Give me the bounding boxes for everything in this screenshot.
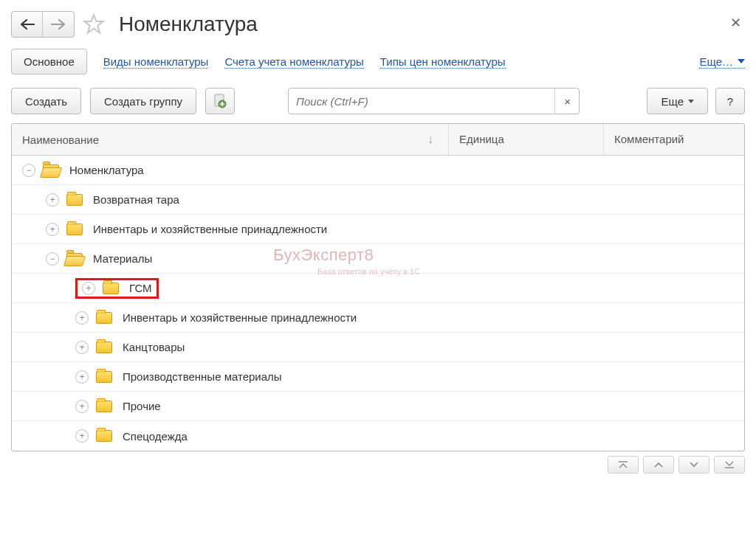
document-icon: [213, 94, 227, 108]
tree-row[interactable]: − Материалы: [12, 244, 744, 274]
arrow-right-icon: [51, 19, 66, 30]
collapse-toggle[interactable]: −: [22, 164, 35, 177]
folder-icon: [96, 430, 112, 442]
row-label: Номенклатура: [69, 164, 144, 176]
tree-row[interactable]: − Номенклатура: [12, 156, 744, 185]
chevron-up-icon: [654, 462, 663, 468]
nav-forward-button[interactable]: [43, 12, 74, 37]
scroll-up-button[interactable]: [643, 456, 674, 474]
favorite-star-icon[interactable]: [82, 13, 106, 36]
expand-toggle[interactable]: +: [75, 341, 89, 354]
tree-row[interactable]: + Возвратная тара: [12, 185, 744, 215]
expand-toggle[interactable]: +: [75, 370, 89, 384]
link-account-nomenclature[interactable]: Счета учета номенклатуры: [224, 55, 363, 69]
search-clear-button[interactable]: ×: [554, 88, 580, 114]
chevron-down-icon: [690, 462, 698, 468]
folder-icon: [66, 194, 83, 206]
folder-icon: [96, 371, 112, 383]
row-label: Возвратная тара: [93, 193, 179, 206]
row-label: Инвентарь и хозяйственные принадлежности: [123, 311, 357, 324]
row-label: Спецодежда: [123, 430, 188, 443]
row-label: Материалы: [93, 252, 152, 265]
arrow-left-icon: [20, 19, 35, 30]
folder-open-icon: [66, 253, 83, 265]
expand-toggle[interactable]: +: [75, 429, 89, 443]
row-label: ГСМ: [129, 282, 152, 294]
collapse-toggle[interactable]: −: [46, 252, 59, 266]
folder-icon: [96, 312, 112, 324]
row-label: Прочие: [123, 400, 161, 412]
row-label: Инвентарь и хозяйственные принадлежности: [93, 223, 327, 235]
scroll-top-button[interactable]: [608, 456, 639, 474]
folder-open-icon: [43, 164, 59, 176]
tree-row[interactable]: + Инвентарь и хозяйственные принадлежнос…: [12, 215, 744, 244]
close-button[interactable]: ✕: [730, 15, 741, 31]
nav-group: [11, 11, 75, 38]
column-comment[interactable]: Комментарий: [604, 124, 744, 155]
expand-toggle[interactable]: +: [46, 223, 59, 236]
more-button[interactable]: Еще: [647, 88, 708, 114]
chevron-down-icon: [688, 100, 694, 103]
expand-toggle[interactable]: +: [82, 282, 95, 295]
column-name[interactable]: Наименование ↓: [12, 124, 449, 155]
tree-table: Наименование ↓ Единица Комментарий − Ном…: [11, 123, 745, 451]
expand-toggle[interactable]: +: [46, 193, 59, 207]
more-button-label: Еще: [661, 95, 684, 108]
help-button[interactable]: ?: [715, 88, 745, 114]
row-label: Производственные материалы: [123, 370, 282, 383]
tab-main[interactable]: Основное: [11, 49, 87, 75]
tree-row[interactable]: + Инвентарь и хозяйственные принадлежнос…: [12, 303, 744, 333]
page-title: Номенклатура: [119, 13, 258, 36]
nav-back-button[interactable]: [12, 12, 43, 37]
tree-row[interactable]: + Спецодежда: [12, 421, 744, 451]
expand-toggle[interactable]: +: [75, 400, 89, 413]
scroll-top-icon: [619, 461, 628, 468]
folder-icon: [96, 342, 112, 353]
link-nomenclature-types[interactable]: Виды номенклатуры: [103, 55, 209, 69]
scroll-bottom-button[interactable]: [714, 456, 745, 474]
folder-icon: [103, 283, 119, 294]
link-more[interactable]: Еще…: [699, 55, 745, 69]
tree-row[interactable]: + Канцтовары: [12, 333, 744, 362]
list-navigation: [11, 456, 745, 474]
highlight-box: + ГСМ: [75, 278, 159, 299]
tree-row[interactable]: + Прочие: [12, 392, 744, 421]
create-group-button[interactable]: Создать группу: [90, 88, 196, 114]
sort-arrow-icon: ↓: [427, 133, 438, 146]
search-input[interactable]: [288, 88, 580, 114]
scroll-down-button[interactable]: [678, 456, 709, 474]
expand-toggle[interactable]: +: [75, 311, 89, 325]
link-more-label: Еще…: [699, 55, 733, 68]
table-header: Наименование ↓ Единица Комментарий: [12, 124, 744, 156]
column-unit[interactable]: Единица: [449, 124, 604, 155]
scroll-bottom-icon: [725, 461, 734, 468]
chevron-down-icon: [738, 59, 745, 63]
folder-icon: [66, 224, 83, 235]
create-button[interactable]: Создать: [11, 88, 81, 114]
tree-row-highlighted[interactable]: + ГСМ: [12, 274, 744, 303]
print-button[interactable]: [205, 88, 235, 114]
row-label: Канцтовары: [123, 341, 185, 353]
link-price-types[interactable]: Типы цен номенклатуры: [380, 55, 506, 69]
tree-row[interactable]: + Производственные материалы: [12, 362, 744, 392]
folder-icon: [96, 401, 112, 412]
